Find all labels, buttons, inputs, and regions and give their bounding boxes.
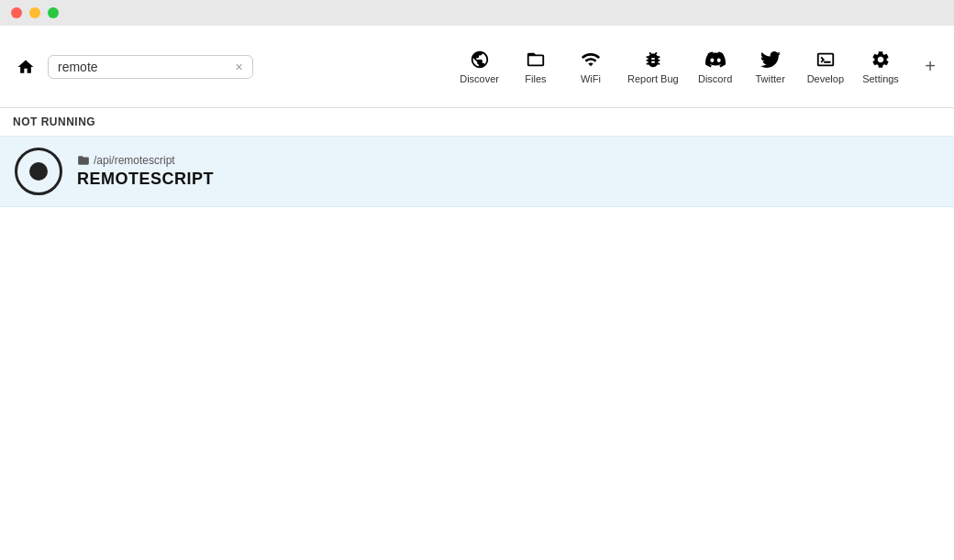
home-button[interactable] [11,52,40,82]
discord-icon [705,49,726,70]
add-button[interactable]: + [917,54,943,80]
discord-label: Discord [698,73,732,84]
script-path: /api/remotescript [77,154,214,167]
close-button[interactable] [11,7,22,18]
nav-report-bug-button[interactable]: Report Bug [620,44,686,90]
script-path-text: /api/remotescript [94,154,175,167]
files-label: Files [525,73,546,84]
wifi-label: WiFi [581,73,601,84]
maximize-button[interactable] [48,7,59,18]
twitter-label: Twitter [755,73,784,84]
script-status-icon [15,148,62,195]
files-icon [526,49,546,70]
nav-develop-button[interactable]: Develop [800,44,851,90]
status-bar: NOT RUNNING [0,108,954,137]
discover-label: Discover [460,73,499,84]
nav-discord-button[interactable]: Discord [690,44,741,90]
minimize-button[interactable] [29,7,40,18]
nav-files-button[interactable]: Files [510,44,561,90]
nav-wifi-button[interactable]: WiFi [565,44,616,90]
nav-twitter-button[interactable]: Twitter [745,44,796,90]
script-item[interactable]: /api/remotescript REMOTESCRIPT [0,137,954,207]
script-icon-inner [29,162,48,181]
bug-icon [643,49,663,70]
report-bug-label: Report Bug [627,73,679,84]
title-bar [0,0,954,26]
twitter-icon [760,49,781,70]
develop-icon [815,49,836,70]
folder-icon [77,154,90,167]
search-input[interactable] [58,60,227,74]
search-bar: × [48,55,253,79]
develop-label: Develop [807,73,844,84]
navbar: × Discover Files WiFi [0,26,954,108]
status-label: NOT RUNNING [13,115,95,128]
content: /api/remotescript REMOTESCRIPT [0,137,954,207]
script-info: /api/remotescript REMOTESCRIPT [77,154,214,189]
home-icon [17,58,35,76]
clear-search-button[interactable]: × [235,60,242,74]
settings-icon [871,49,891,70]
globe-icon [470,49,490,70]
nav-icons: Discover Files WiFi Report Bug [452,44,906,90]
nav-discover-button[interactable]: Discover [452,44,506,90]
settings-label: Settings [862,73,899,84]
script-name: REMOTESCRIPT [77,170,214,189]
nav-settings-button[interactable]: Settings [855,44,906,90]
wifi-icon [581,49,601,70]
